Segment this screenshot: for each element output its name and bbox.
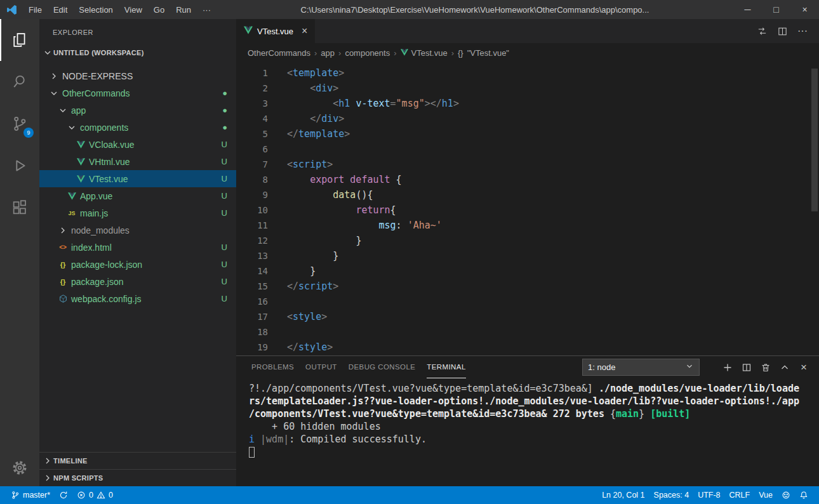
- workspace-header[interactable]: UNTITLED (WORKSPACE): [39, 44, 236, 61]
- tree-item-webpack-config-js[interactable]: webpack.config.jsU: [39, 290, 236, 307]
- breadcrumb-othercommands[interactable]: OtherCommands: [248, 48, 310, 58]
- tab-close-icon[interactable]: ×: [302, 25, 307, 37]
- code-lines: 1<template>2 <div>3 <h1 v-text="msg"></h…: [236, 65, 819, 355]
- menu-run[interactable]: Run: [170, 5, 197, 15]
- code-line[interactable]: 19</style>: [236, 340, 819, 355]
- code-line[interactable]: 3 <h1 v-text="msg"></h1>: [236, 96, 819, 111]
- git-modified-dot-badge: ●: [222, 89, 227, 97]
- tree-item-package-json[interactable]: {}package.jsonU: [39, 273, 236, 290]
- code-line[interactable]: 2 <div>: [236, 81, 819, 96]
- code-line[interactable]: 6: [236, 142, 819, 157]
- code-line[interactable]: 10 return{: [236, 202, 819, 218]
- code-line[interactable]: 15</script>: [236, 279, 819, 294]
- problems-status[interactable]: 0 0: [72, 486, 117, 504]
- breadcrumb-app[interactable]: app: [321, 48, 335, 58]
- code-text: }: [268, 248, 338, 263]
- editor-scrollbar[interactable]: [811, 69, 818, 211]
- tree-item-main-js[interactable]: JSmain.jsU: [39, 204, 236, 222]
- minimize-button[interactable]: ─: [733, 0, 762, 19]
- code-line[interactable]: 17<style>: [236, 309, 819, 324]
- menu-edit[interactable]: Edit: [48, 5, 73, 15]
- tree-item-node-modules[interactable]: node_modules: [39, 222, 236, 239]
- more-actions-icon[interactable]: ···: [794, 22, 811, 40]
- code-line[interactable]: 1<template>: [236, 65, 819, 81]
- tree-item-node-express[interactable]: NODE-EXPRESS: [39, 67, 236, 84]
- js-file-icon: JS: [66, 208, 77, 219]
- new-terminal-icon[interactable]: [719, 359, 736, 376]
- menu-go[interactable]: Go: [148, 5, 170, 15]
- maximize-button[interactable]: □: [762, 0, 790, 19]
- menu-view[interactable]: View: [119, 5, 148, 15]
- code-line[interactable]: 7<script>: [236, 157, 819, 172]
- code-text: export default {: [268, 172, 402, 187]
- code-line[interactable]: 9 data(){: [236, 187, 819, 202]
- explorer-icon[interactable]: [0, 19, 39, 61]
- tab-debug-console[interactable]: DEBUG CONSOLE: [349, 356, 416, 378]
- code-line[interactable]: 14 }: [236, 263, 819, 279]
- code-line[interactable]: 16: [236, 294, 819, 309]
- feedback-button[interactable]: [777, 486, 795, 504]
- maximize-panel-icon[interactable]: [776, 359, 794, 376]
- split-terminal-icon[interactable]: [738, 359, 756, 376]
- cursor-position[interactable]: Ln 20, Col 1: [597, 486, 649, 504]
- tree-item-app[interactable]: app●: [39, 102, 236, 119]
- notifications-button[interactable]: [795, 486, 813, 504]
- kill-terminal-icon[interactable]: [757, 359, 775, 376]
- tree-item-components[interactable]: components●: [39, 119, 236, 136]
- tab-output[interactable]: OUTPUT: [305, 356, 337, 378]
- indentation[interactable]: Spaces: 4: [649, 486, 694, 504]
- close-panel-icon[interactable]: ×: [795, 359, 813, 376]
- line-number: 17: [236, 309, 268, 324]
- extensions-icon[interactable]: [0, 187, 39, 229]
- section-npm-scripts[interactable]: NPM SCRIPTS: [39, 469, 236, 486]
- code-line[interactable]: 13 }: [236, 248, 819, 263]
- code-line[interactable]: 12 }: [236, 233, 819, 248]
- tree-item-othercommands[interactable]: OtherCommands●: [39, 84, 236, 102]
- menu-file[interactable]: File: [23, 5, 48, 15]
- code-editor[interactable]: 1<template>2 <div>3 <h1 v-text="msg"></h…: [236, 62, 819, 355]
- code-line[interactable]: 4 </div>: [236, 111, 819, 126]
- code-line[interactable]: 8 export default {: [236, 172, 819, 187]
- section-timeline[interactable]: TIMELINE: [39, 452, 236, 469]
- git-status-badge: U: [222, 140, 227, 149]
- terminal-selector[interactable]: 1: node: [582, 359, 700, 376]
- menu-selection[interactable]: Selection: [73, 5, 118, 15]
- tree-item-vcloak-vue[interactable]: VCloak.vueU: [39, 136, 236, 153]
- tree-item-vhtml-vue[interactable]: VHtml.vueU: [39, 153, 236, 170]
- tree-item-package-lock-json[interactable]: {}package-lock.jsonU: [39, 256, 236, 273]
- line-number: 11: [236, 218, 268, 233]
- source-control-icon[interactable]: 9: [0, 103, 39, 145]
- breadcrumb-vtest-vue[interactable]: VTest.vue: [401, 48, 448, 58]
- eol-selector[interactable]: CRLF: [725, 486, 755, 504]
- code-text: </script>: [268, 279, 338, 294]
- code-line[interactable]: 18: [236, 324, 819, 340]
- line-number: 13: [236, 248, 268, 263]
- sync-button[interactable]: [55, 486, 72, 504]
- encoding[interactable]: UTF-8: [693, 486, 724, 504]
- breadcrumb-symbol-braces-icon[interactable]: {}: [458, 48, 463, 58]
- tab-problems[interactable]: PROBLEMS: [251, 356, 294, 378]
- breadcrumb-separator: ›: [448, 48, 458, 58]
- tree-item-app-vue[interactable]: App.vueU: [39, 187, 236, 204]
- breadcrumb-components[interactable]: components: [345, 48, 390, 58]
- tree-item-label: VCloak.vue: [89, 140, 135, 150]
- terminal[interactable]: ?!./app/components/VTest.vue?vue&type=te…: [236, 378, 819, 486]
- tree-item-vtest-vue[interactable]: VTest.vueU: [39, 170, 236, 187]
- close-button[interactable]: ×: [790, 0, 819, 19]
- split-editor-icon[interactable]: [773, 22, 791, 40]
- bottom-panel: PROBLEMS OUTPUT DEBUG CONSOLE TERMINAL 1…: [236, 355, 819, 486]
- language-mode[interactable]: Vue: [754, 486, 777, 504]
- menu-more[interactable]: ···: [197, 5, 216, 15]
- tab-vtest-vue[interactable]: VTest.vue ×: [236, 19, 315, 43]
- search-icon[interactable]: [0, 61, 39, 103]
- code-line[interactable]: 5</template>: [236, 126, 819, 142]
- tree-item-index-html[interactable]: <>index.htmlU: [39, 239, 236, 256]
- settings-gear-icon[interactable]: [0, 449, 39, 486]
- run-debug-icon[interactable]: [0, 145, 39, 187]
- vue-file-icon: [75, 139, 86, 150]
- git-branch-status[interactable]: master*: [6, 486, 55, 504]
- code-line[interactable]: 11 msg: 'Aha~': [236, 218, 819, 233]
- breadcrumb-symbol-name[interactable]: "VTest.vue": [467, 48, 509, 58]
- open-changes-icon[interactable]: [753, 22, 771, 40]
- tab-terminal[interactable]: TERMINAL: [427, 356, 465, 378]
